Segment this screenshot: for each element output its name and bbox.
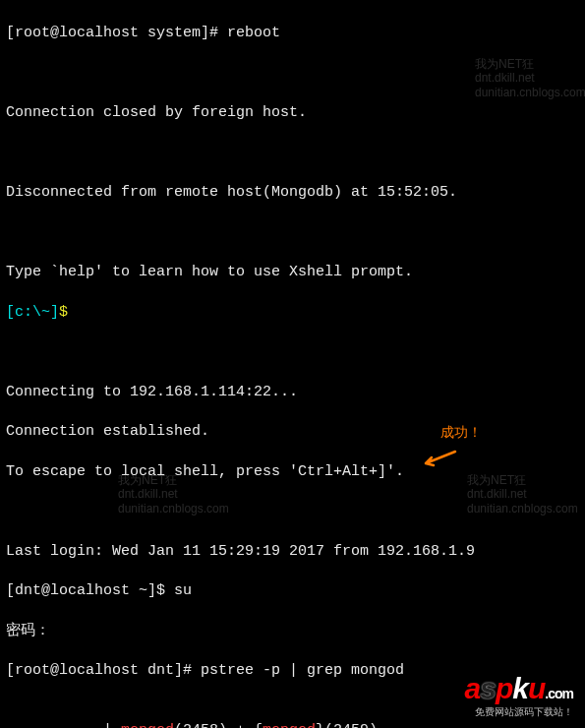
output-established: Connection established. [6,422,579,442]
pstree-root: |-mongod(2458)-+-{mongod}(2459) [6,721,579,728]
output-connecting: Connecting to 192.168.1.114:22... [6,383,579,402]
prompt: [root@localhost system]# [6,25,227,41]
blank-line [6,223,579,243]
arrow-icon [420,448,457,474]
output-disconnected: Disconnected from remote host(Mongodb) a… [6,183,579,203]
blank-line [6,502,579,521]
prompt-line[interactable]: [root@localhost system]# reboot [6,24,579,43]
output-connection-closed: Connection closed by foreign host. [6,103,579,123]
output-escape: To escape to local shell, press 'Ctrl+Al… [6,462,579,482]
password-prompt[interactable]: 密码： [6,622,579,641]
prompt: [root@localhost dnt]# [6,662,201,679]
blank-line [6,342,579,362]
process-name: mongod [121,722,174,728]
output-last-login: Last login: Wed Jan 11 15:29:19 2017 fro… [6,542,579,562]
blank-line [6,64,579,84]
command: pstree -p | grep mongod [201,662,404,679]
prompt-line[interactable]: [dnt@localhost ~]$ su [6,581,579,601]
xshell-prompt-dollar: $ [59,304,68,321]
blank-line [6,144,579,163]
prompt-line[interactable]: [root@localhost dnt]# pstree -p | grep m… [6,661,579,681]
xshell-prompt-path: [c:\~] [6,304,59,321]
command: su [174,582,192,599]
success-annotation: 成功！ [440,423,482,442]
terminal: [root@localhost system]# reboot Connecti… [0,0,585,728]
command: reboot [227,25,280,41]
process-name: mongod [263,722,316,728]
xshell-prompt[interactable]: [c:\~]$ [6,303,579,323]
prompt: [dnt@localhost ~]$ [6,582,174,599]
output-help: Type `help' to learn how to use Xshell p… [6,263,579,282]
